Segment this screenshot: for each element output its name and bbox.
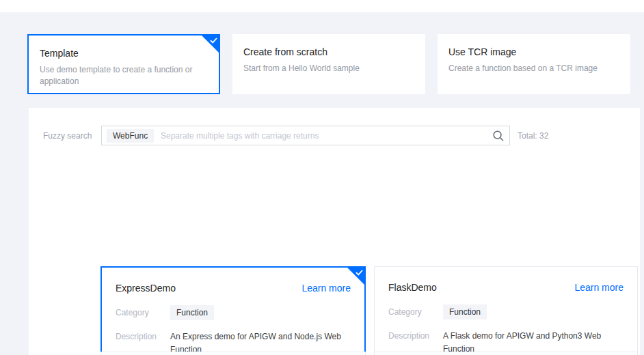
top-header-strip xyxy=(0,0,644,12)
type-card-use-tcr-image[interactable]: Use TCR image Create a function based on… xyxy=(438,34,630,94)
description-label: Description xyxy=(116,329,170,344)
type-card-title: Template xyxy=(40,48,208,59)
template-cards-row: ExpressDemo Learn more Category Function… xyxy=(100,266,638,355)
fuzzy-search-label: Fuzzy search xyxy=(43,131,101,141)
search-box: WebFunc xyxy=(101,126,510,145)
template-card-expressdemo[interactable]: ExpressDemo Learn more Category Function… xyxy=(100,266,366,355)
next-template-card-partial[interactable] xyxy=(374,352,638,355)
template-name: ExpressDemo xyxy=(116,283,176,294)
search-tag-chip[interactable]: WebFunc xyxy=(107,129,154,143)
type-card-description: Start from a Hello World sample xyxy=(243,63,412,74)
type-card-description: Use demo template to create a function o… xyxy=(40,64,208,87)
next-template-card-partial[interactable] xyxy=(100,352,366,355)
learn-more-link[interactable]: Learn more xyxy=(301,283,351,294)
template-card-flaskdemo[interactable]: FlaskDemo Learn more Category Function D… xyxy=(374,266,638,355)
check-icon xyxy=(210,38,217,44)
creation-type-selector: Template Use demo template to create a f… xyxy=(27,34,630,94)
type-card-title: Create from scratch xyxy=(243,46,414,57)
search-input[interactable] xyxy=(102,126,509,145)
total-count: Total: 32 xyxy=(518,131,548,141)
template-browser-panel: Fuzzy search WebFunc Total: 32 ExpressDe… xyxy=(29,108,640,355)
category-value-chip: Function xyxy=(443,304,487,320)
template-name: FlaskDemo xyxy=(388,282,437,293)
type-card-description: Create a function based on a TCR image xyxy=(448,63,617,74)
check-icon xyxy=(355,270,363,276)
search-icon[interactable] xyxy=(492,130,505,142)
category-label: Category xyxy=(388,304,443,320)
category-value-chip: Function xyxy=(170,305,214,320)
description-label: Description xyxy=(388,328,443,343)
type-card-create-from-scratch[interactable]: Create from scratch Start from a Hello W… xyxy=(232,34,425,94)
type-card-template[interactable]: Template Use demo template to create a f… xyxy=(27,34,220,94)
category-row: Category Function xyxy=(388,304,623,320)
search-row: Fuzzy search WebFunc Total: 32 xyxy=(43,108,640,145)
type-card-title: Use TCR image xyxy=(448,46,619,57)
category-label: Category xyxy=(116,305,170,320)
category-row: Category Function xyxy=(116,305,351,320)
learn-more-link[interactable]: Learn more xyxy=(574,282,623,293)
